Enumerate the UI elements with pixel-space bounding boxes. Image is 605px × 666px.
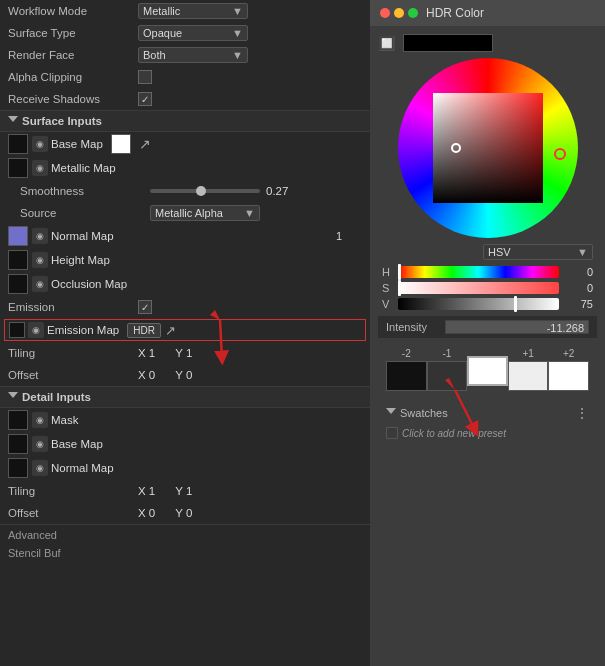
ev-box-0[interactable]	[467, 356, 508, 386]
swatches-add-label: Click to add new preset	[402, 428, 506, 439]
detail-mask-swatch[interactable]	[8, 410, 28, 430]
base-map-color-swatch[interactable]	[111, 134, 131, 154]
workflow-mode-row: Workflow Mode Metallic ▼	[0, 0, 370, 22]
swatches-add-checkbox[interactable]	[386, 427, 398, 439]
v-slider[interactable]	[398, 298, 559, 310]
chevron-down-icon: ▼	[244, 207, 255, 219]
render-face-dropdown[interactable]: Both ▼	[138, 47, 248, 63]
offset-row: Offset X 0 Y 0	[0, 364, 370, 386]
occlusion-map-icon: ◉	[32, 276, 48, 292]
v-thumb[interactable]	[514, 296, 517, 312]
smoothness-slider-container: 0.27	[150, 185, 288, 197]
ev-item-plus2: +2	[548, 348, 589, 391]
ev-label-minus2: -2	[402, 348, 411, 359]
normal-map-swatch[interactable]	[8, 226, 28, 246]
receive-shadows-label: Receive Shadows	[8, 93, 138, 105]
smoothness-label: Smoothness	[20, 185, 150, 197]
alpha-clipping-checkbox[interactable]	[138, 70, 152, 84]
swatches-label: Swatches	[400, 407, 448, 419]
detail-inputs-label: Detail Inputs	[22, 391, 91, 403]
normal-map-row: ◉ Normal Map 1	[0, 224, 370, 248]
h-value: 0	[563, 266, 593, 278]
detail-offset-y: Y 0	[175, 507, 192, 519]
occlusion-map-swatch[interactable]	[8, 274, 28, 294]
surface-inputs-header[interactable]: Surface Inputs	[0, 110, 370, 132]
alpha-clipping-row: Alpha Clipping	[0, 66, 370, 88]
tiling-x-value: X 1	[138, 347, 155, 359]
stencil-buf-row: Stencil Buf	[0, 545, 370, 561]
ev-item-0	[467, 354, 508, 386]
swatches-add-preset: Click to add new preset	[386, 425, 589, 441]
detail-base-label: Base Map	[51, 438, 103, 450]
color-preview-swatch[interactable]	[403, 34, 493, 52]
source-dropdown[interactable]: Metallic Alpha ▼	[150, 205, 260, 221]
intensity-label: Intensity	[386, 321, 441, 333]
detail-inputs-header[interactable]: Detail Inputs	[0, 386, 370, 408]
detail-base-map-row: ◉ Base Map	[0, 432, 370, 456]
ev-box-plus1[interactable]	[508, 361, 549, 391]
color-wheel[interactable]	[398, 58, 578, 238]
workflow-mode-label: Workflow Mode	[8, 5, 138, 17]
window-controls	[380, 8, 418, 18]
height-map-swatch[interactable]	[8, 250, 28, 270]
swatches-menu-icon[interactable]: ⋮	[575, 405, 589, 421]
hdr-color-panel: HDR Color 🔲 HSV ▼	[370, 0, 605, 666]
metallic-map-swatch[interactable]	[8, 158, 28, 178]
ev-box-minus2[interactable]	[386, 361, 427, 391]
s-label: S	[382, 282, 394, 294]
intensity-section: Intensity -11.268	[378, 316, 597, 338]
hsv-dropdown[interactable]: HSV ▼	[483, 244, 593, 260]
smoothness-row: Smoothness 0.27	[0, 180, 370, 202]
h-thumb[interactable]	[398, 264, 401, 280]
ev-box-minus1[interactable]	[427, 361, 468, 391]
height-map-row: ◉ Height Map	[0, 248, 370, 272]
sv-cursor[interactable]	[451, 143, 461, 153]
detail-offset-x: X 0	[138, 507, 155, 519]
emission-map-swatch[interactable]	[9, 322, 25, 338]
emission-map-highlight: ◉ Emission Map HDR ↗	[4, 319, 366, 341]
surface-type-dropdown[interactable]: Opaque ▼	[138, 25, 248, 41]
maximize-button[interactable]	[408, 8, 418, 18]
s-thumb[interactable]	[398, 280, 401, 296]
base-map-swatch[interactable]	[8, 134, 28, 154]
minimize-button[interactable]	[394, 8, 404, 18]
sv-square[interactable]	[433, 93, 543, 203]
eyedropper-icon[interactable]: 🔲	[378, 35, 395, 51]
workflow-mode-dropdown[interactable]: Metallic ▼	[138, 3, 248, 19]
chevron-down-icon: ▼	[232, 49, 243, 61]
emission-map-icon: ◉	[28, 322, 44, 338]
detail-normal-swatch[interactable]	[8, 458, 28, 478]
expand-icon[interactable]: ↗	[165, 323, 176, 338]
eyedropper-row: 🔲	[378, 34, 597, 52]
hdr-title-bar: HDR Color	[370, 0, 605, 26]
source-label: Source	[20, 207, 150, 219]
expand-icon[interactable]: ↗	[139, 136, 151, 152]
close-button[interactable]	[380, 8, 390, 18]
detail-tiling-row: Tiling X 1 Y 1	[0, 480, 370, 502]
receive-shadows-checkbox[interactable]	[138, 92, 152, 106]
base-map-row: ◉ Base Map ↗	[0, 132, 370, 156]
s-slider[interactable]	[398, 282, 559, 294]
metallic-map-label: Metallic Map	[51, 162, 116, 174]
normal-map-value: 1	[336, 230, 342, 242]
detail-offset-label: Offset	[8, 507, 138, 519]
smoothness-thumb[interactable]	[196, 186, 206, 196]
intensity-slider[interactable]: -11.268	[445, 320, 589, 334]
hdr-badge[interactable]: HDR	[127, 323, 161, 338]
render-face-row: Render Face Both ▼	[0, 44, 370, 66]
detail-base-swatch[interactable]	[8, 434, 28, 454]
metallic-map-row: ◉ Metallic Map	[0, 156, 370, 180]
smoothness-track[interactable]	[150, 189, 260, 193]
detail-base-icon: ◉	[32, 436, 48, 452]
emission-label: Emission	[8, 301, 138, 313]
emission-checkbox[interactable]	[138, 300, 152, 314]
ev-box-plus2[interactable]	[548, 361, 589, 391]
detail-offset-row: Offset X 0 Y 0	[0, 502, 370, 524]
emission-map-label: Emission Map	[47, 324, 119, 336]
detail-normal-icon: ◉	[32, 460, 48, 476]
chevron-down-icon: ▼	[232, 27, 243, 39]
wheel-hue-cursor[interactable]	[554, 148, 566, 160]
h-slider[interactable]	[398, 266, 559, 278]
detail-normal-map-row: ◉ Normal Map	[0, 456, 370, 480]
swatches-collapse-icon[interactable]	[386, 408, 396, 418]
